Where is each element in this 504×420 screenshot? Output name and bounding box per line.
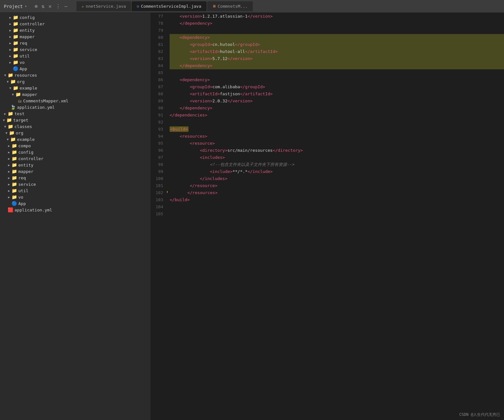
code-line-83: <version>5.7.12</version>: [170, 55, 504, 62]
sidebar-item-14[interactable]: 🍃 application.yml: [0, 104, 151, 110]
sidebar-item-11[interactable]: ▼ 📁 example: [0, 85, 151, 91]
minimize-icon[interactable]: —: [65, 3, 68, 9]
editor-content[interactable]: 7778798081828384858687888990919293949596…: [151, 13, 504, 420]
sidebar-item-15[interactable]: ▶ 📁 test: [0, 110, 151, 117]
line-number-86: 86: [154, 76, 163, 83]
sidebar-item-26[interactable]: ▶ 📁 service: [0, 181, 151, 187]
line-number-90: 90: [154, 105, 163, 112]
tree-item-label: application.yml: [14, 208, 52, 212]
line-number-94: 94: [154, 133, 163, 140]
sidebar-item-28[interactable]: ▶ 📁 vo: [0, 194, 151, 200]
sidebar-item-30[interactable]: 🟥 application.yml: [0, 207, 151, 213]
tab-label-1: nnetService.java: [86, 4, 126, 9]
sidebar-item-29[interactable]: 🔵 App: [0, 200, 151, 207]
code-column[interactable]: <version>1.2.17.atlassian-1</version> </…: [167, 13, 504, 420]
project-title[interactable]: Project ▾: [4, 4, 27, 9]
line-number-87: 87: [154, 83, 163, 90]
sidebar-item-9[interactable]: ▼ 📁 resources: [0, 72, 151, 78]
tree-item-label: org: [17, 79, 24, 84]
tab-commentsserviceimpl[interactable]: ◎ CommentsServiceImpl.java: [132, 1, 206, 11]
tree-item-icon: 📁: [12, 150, 17, 155]
main-area: ▶ 📁 config ▶ 📁 controller ▶ 📁 entity ▶ 📁…: [0, 13, 504, 420]
code-line-84: </dependency>: [170, 62, 504, 69]
tree-arrow: ▶: [6, 176, 12, 180]
sidebar-item-23[interactable]: ▶ 📁 entity: [0, 162, 151, 168]
sidebar-item-0[interactable]: ▶ 📁 config: [0, 14, 151, 21]
tree-item-icon: 📁: [12, 156, 17, 161]
tree-item-label: compo: [18, 143, 31, 148]
sidebar-item-10[interactable]: ▼ 📁 org: [0, 78, 151, 85]
tab-bar: ☕ nnetService.java ◎ CommentsServiceImpl…: [70, 1, 500, 11]
tree-item-label: org: [16, 131, 23, 135]
sidebar-item-25[interactable]: ▶ 📁 req: [0, 175, 151, 181]
tree-item-icon: 📁: [8, 73, 13, 78]
line-number-83: 83: [154, 55, 163, 62]
sidebar-item-3[interactable]: ▶ 📁 mapper: [0, 33, 151, 40]
close-icon[interactable]: ✕: [49, 3, 52, 9]
code-line-79: [170, 27, 504, 34]
sidebar-item-5[interactable]: ▶ 📁 service: [0, 46, 151, 53]
sidebar-item-27[interactable]: ▶ 📁 util: [0, 187, 151, 194]
sidebar-item-24[interactable]: ▶ 📁 mapper: [0, 168, 151, 175]
tab-nnetservice[interactable]: ☕ nnetService.java: [76, 1, 131, 11]
sidebar-item-18[interactable]: ▼ 📁 org: [0, 130, 151, 136]
tree-item-label: example: [17, 137, 35, 142]
tree-item-label: resources: [14, 73, 37, 78]
up-down-icon[interactable]: ⇅: [41, 3, 45, 9]
line-number-78: 78: [154, 20, 163, 27]
project-label: Project: [4, 4, 23, 9]
code-line-85: [170, 69, 504, 76]
tree-arrow: ▶: [6, 157, 12, 160]
tab-commnetsm[interactable]: 🖥 CommnetsM...: [207, 1, 253, 11]
sidebar-item-12[interactable]: ▼ 📁 mapper: [0, 91, 151, 98]
line-number-81: 81: [154, 41, 163, 48]
tree-item-label: config: [20, 15, 35, 20]
tree-item-label: controller: [20, 21, 45, 26]
code-line-78: </dependency>: [170, 20, 504, 27]
line-number-102: 102: [154, 189, 163, 196]
code-line-99: <include>**/*.*</include>: [170, 168, 504, 175]
tree-arrow: ▼: [8, 86, 13, 90]
code-line-91: </dependencies>: [170, 112, 504, 119]
tree-item-icon: 📁: [8, 124, 13, 129]
tree-item-label: CommentsMapper.xml: [23, 99, 68, 103]
tree-item-label: classes: [14, 124, 32, 129]
sidebar-item-6[interactable]: ▶ 📁 util: [0, 53, 151, 59]
tree-item-icon: 📁: [12, 175, 17, 180]
project-dropdown-icon[interactable]: ▾: [25, 4, 27, 8]
code-line-96: <directory>src/main/resources</directory…: [170, 147, 504, 154]
project-sidebar[interactable]: ▶ 📁 config ▶ 📁 controller ▶ 📁 entity ▶ 📁…: [0, 13, 151, 420]
sidebar-item-1[interactable]: ▶ 📁 controller: [0, 21, 151, 27]
tree-arrow: ▼: [3, 73, 8, 77]
line-number-93: 93: [154, 126, 163, 133]
line-number-101: 101: [154, 182, 163, 189]
code-line-92: [170, 119, 504, 126]
sidebar-item-22[interactable]: ▶ 📁 controller: [0, 155, 151, 162]
tab-label-3: CommnetsM...: [218, 4, 248, 9]
sidebar-item-2[interactable]: ▶ 📁 entity: [0, 27, 151, 33]
code-line-87: <groupId>com.alibaba</groupId>: [170, 83, 504, 90]
code-line-104: [170, 203, 504, 210]
line-numbers-column: 7778798081828384858687888990919293949596…: [151, 13, 167, 420]
sidebar-item-17[interactable]: ▼ 📁 classes: [0, 123, 151, 130]
tree-item-label: example: [20, 86, 37, 90]
sidebar-item-16[interactable]: ▼ 📁 target: [0, 117, 151, 123]
tree-arrow: ▶: [8, 22, 13, 26]
tree-item-icon: 📁: [13, 34, 18, 39]
sidebar-item-20[interactable]: ▶ 📁 compo: [0, 142, 151, 149]
tree-arrow: ▼: [4, 131, 9, 135]
tree-item-label: service: [18, 182, 36, 187]
sidebar-item-13[interactable]: 🗂 CommentsMapper.xml: [0, 98, 151, 104]
code-line-98: <!--包含文件夹以及子文件夹下所有资源-->: [170, 161, 504, 168]
sidebar-item-8[interactable]: 🔵 App: [0, 65, 151, 72]
sidebar-item-7[interactable]: ▶ 📁 vo: [0, 59, 151, 65]
menu-icon[interactable]: ⋮: [56, 3, 61, 9]
tree-item-label: entity: [18, 163, 33, 167]
tree-arrow: ▶: [8, 29, 13, 32]
target-icon[interactable]: ⊕: [35, 3, 38, 9]
sidebar-item-4[interactable]: ▶ 📁 req: [0, 40, 151, 46]
sidebar-item-21[interactable]: ▶ 📁 config: [0, 149, 151, 155]
lightbulb-icon[interactable]: 💡: [167, 189, 169, 196]
tree-item-label: target: [13, 118, 28, 123]
sidebar-item-19[interactable]: ▼ 📁 example: [0, 136, 151, 142]
